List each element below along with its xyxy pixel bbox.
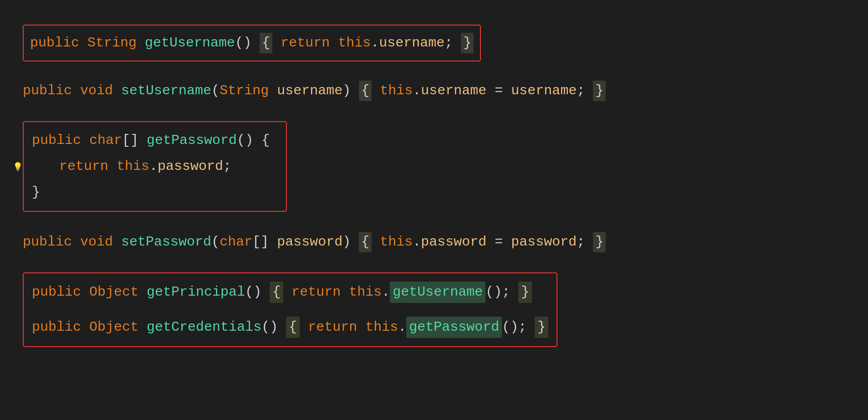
set-password-line: public void setPassword ( char [] passwo… xyxy=(23,229,859,255)
type-string: String xyxy=(87,33,137,53)
keyword-this-6: this xyxy=(365,317,398,338)
method-get-credentials: getCredentials xyxy=(147,317,261,338)
code-editor: public String getUsername () { return th… xyxy=(9,8,859,364)
keyword-this: this xyxy=(338,33,371,53)
keyword-public-3: public xyxy=(32,130,81,151)
field-username-2: username xyxy=(421,81,486,101)
keyword-return-3: return xyxy=(291,282,341,302)
method-set-username: setUsername xyxy=(121,81,211,101)
keyword-public: public xyxy=(30,33,79,53)
keyword-void-2: void xyxy=(80,232,113,252)
type-char: char xyxy=(89,130,122,151)
keyword-this-4: this xyxy=(380,232,413,252)
lightbulb-icon: 💡 xyxy=(13,162,23,172)
method-get-username-call: getUsername xyxy=(393,284,483,300)
method-get-username: getUsername xyxy=(145,33,235,53)
set-username-line: public void setUsername ( String usernam… xyxy=(23,78,859,104)
field-username: username xyxy=(379,33,444,53)
param-password-2: password xyxy=(511,232,577,252)
method-set-password: setPassword xyxy=(121,232,211,252)
method-get-password-call: getPassword xyxy=(409,319,499,335)
get-principal-get-credentials-block: public Object getPrincipal () { return t… xyxy=(23,272,557,347)
type-object: Object xyxy=(89,282,138,302)
param-password: password xyxy=(277,232,342,252)
type-string-2: String xyxy=(220,81,269,101)
keyword-this-2: this xyxy=(380,81,413,101)
param-username: username xyxy=(277,81,342,101)
keyword-public-6: public xyxy=(32,317,81,338)
keyword-public-5: public xyxy=(32,282,81,302)
keyword-return: return xyxy=(281,33,330,53)
param-username-2: username xyxy=(511,81,577,101)
keyword-this-3: this xyxy=(117,156,149,177)
field-password-2: password xyxy=(421,232,486,252)
get-password-highlighted-block: public char [] getPassword () { return t… xyxy=(23,121,287,212)
get-username-highlighted-block: public String getUsername () { return th… xyxy=(23,25,481,61)
field-password: password xyxy=(158,156,223,177)
method-get-principal: getPrincipal xyxy=(147,282,245,302)
keyword-void: void xyxy=(80,81,113,101)
keyword-this-5: this xyxy=(349,282,382,302)
keyword-return-4: return xyxy=(308,317,357,338)
type-char-2: char xyxy=(220,232,252,252)
keyword-public-2: public xyxy=(23,81,72,101)
type-object-2: Object xyxy=(89,317,138,338)
keyword-public-4: public xyxy=(23,232,72,252)
method-get-password: getPassword xyxy=(147,130,237,151)
keyword-return-2: return xyxy=(59,156,108,177)
